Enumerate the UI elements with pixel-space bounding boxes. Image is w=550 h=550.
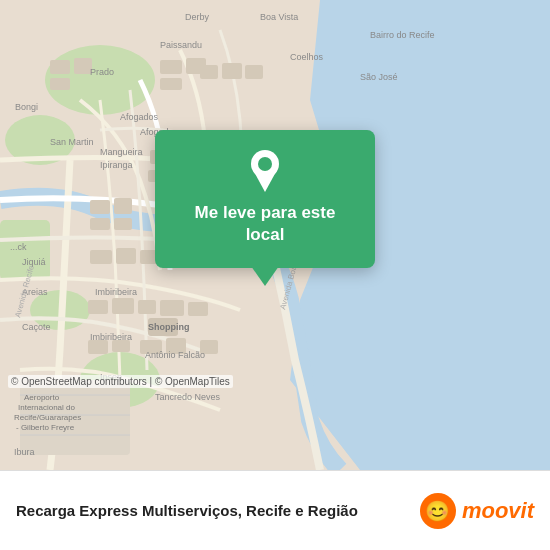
svg-text:- Gilberto Freyre: - Gilberto Freyre	[16, 423, 75, 432]
svg-rect-40	[50, 60, 70, 74]
svg-rect-34	[88, 340, 108, 354]
svg-rect-21	[114, 198, 132, 214]
map-attribution: © OpenStreetMap contributors | © OpenMap…	[8, 375, 233, 388]
svg-rect-42	[50, 78, 70, 90]
svg-rect-31	[138, 300, 156, 314]
svg-rect-47	[222, 63, 242, 79]
map-container[interactable]: Prado Derby Boa Vista Bairro do Recife P…	[0, 0, 550, 470]
svg-rect-25	[116, 248, 136, 264]
svg-rect-33	[188, 302, 208, 316]
svg-text:...ck: ...ck	[10, 242, 27, 252]
svg-rect-48	[245, 65, 263, 79]
svg-point-83	[258, 157, 272, 171]
svg-text:Imbiribeira: Imbiribeira	[95, 287, 137, 297]
svg-text:Mangueira: Mangueira	[100, 147, 143, 157]
moovit-icon: 😊	[420, 493, 456, 529]
svg-text:Boa Vista: Boa Vista	[260, 12, 298, 22]
svg-text:Ibura: Ibura	[14, 447, 35, 457]
svg-text:Recife/Guararapes: Recife/Guararapes	[14, 413, 81, 422]
svg-rect-29	[88, 300, 108, 314]
location-pin-icon	[243, 148, 287, 192]
popup-label: Me leve para este local	[175, 202, 355, 246]
svg-text:Caçote: Caçote	[22, 322, 51, 332]
svg-text:Tancredo Neves: Tancredo Neves	[155, 392, 221, 402]
svg-text:Bairro do Recife: Bairro do Recife	[370, 30, 435, 40]
svg-text:Ipiranga: Ipiranga	[100, 160, 133, 170]
svg-text:Aeroporto: Aeroporto	[24, 393, 60, 402]
moovit-face-icon: 😊	[425, 499, 450, 523]
svg-text:São José: São José	[360, 72, 398, 82]
place-info: Recarga Express Multiserviços, Recife e …	[16, 502, 420, 519]
svg-text:Antônio Falcão: Antônio Falcão	[145, 350, 205, 360]
svg-rect-20	[90, 200, 110, 214]
svg-text:Derby: Derby	[185, 12, 210, 22]
svg-text:Shopping: Shopping	[148, 322, 190, 332]
svg-text:Paissandu: Paissandu	[160, 40, 202, 50]
svg-text:Imbiribeira: Imbiribeira	[90, 332, 132, 342]
place-name: Recarga Express Multiserviços, Recife e …	[16, 502, 420, 519]
svg-rect-24	[90, 250, 112, 264]
map-popup[interactable]: Me leve para este local	[155, 130, 375, 268]
svg-marker-82	[253, 170, 277, 192]
moovit-logo[interactable]: 😊 moovit	[420, 493, 534, 529]
svg-rect-45	[160, 78, 182, 90]
svg-rect-23	[114, 218, 132, 230]
svg-rect-30	[112, 298, 134, 314]
svg-text:Prado: Prado	[90, 67, 114, 77]
svg-text:Coelhos: Coelhos	[290, 52, 324, 62]
svg-rect-43	[160, 60, 182, 74]
moovit-text: moovit	[462, 498, 534, 524]
bottom-bar: Recarga Express Multiserviços, Recife e …	[0, 470, 550, 550]
svg-text:Bongi: Bongi	[15, 102, 38, 112]
svg-text:Jiquiá: Jiquiá	[22, 257, 46, 267]
svg-rect-46	[200, 65, 218, 79]
svg-rect-32	[160, 300, 184, 316]
svg-text:Internacional do: Internacional do	[18, 403, 75, 412]
svg-text:San Martin: San Martin	[50, 137, 94, 147]
svg-rect-22	[90, 218, 110, 230]
svg-text:Afogados: Afogados	[120, 112, 159, 122]
